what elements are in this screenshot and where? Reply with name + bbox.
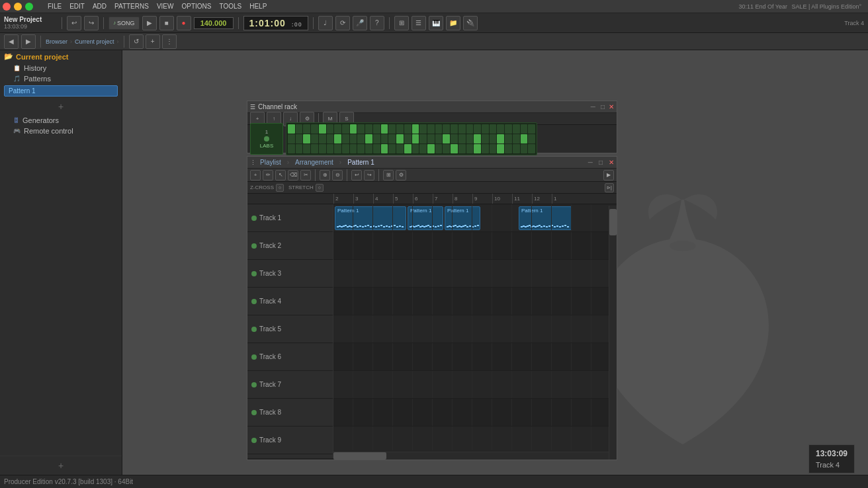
- track-row[interactable]: [333, 399, 609, 427]
- cr-cell[interactable]: [490, 124, 497, 134]
- cr-cell[interactable]: [474, 124, 481, 134]
- cr-cell[interactable]: [319, 134, 326, 143]
- cr-cell[interactable]: [458, 124, 466, 134]
- cr-cell[interactable]: [311, 124, 318, 134]
- track-label[interactable]: Track 10: [247, 454, 333, 458]
- arr-snap[interactable]: ⊞: [383, 170, 394, 181]
- cr-cell[interactable]: [451, 144, 458, 153]
- cr-cell[interactable]: [303, 144, 310, 153]
- cr-cell[interactable]: [365, 144, 372, 153]
- piano-roll-button[interactable]: 🎹: [429, 16, 443, 30]
- cr-cell[interactable]: [311, 134, 318, 143]
- cr-cell[interactable]: [342, 134, 349, 143]
- cr-cell[interactable]: [404, 144, 412, 153]
- track-label[interactable]: Track 1: [247, 204, 333, 232]
- arr-minimize[interactable]: ─: [588, 159, 593, 166]
- arr-options[interactable]: ⚙: [396, 170, 406, 181]
- cr-cell[interactable]: [435, 144, 443, 153]
- cr-cell[interactable]: [474, 144, 481, 153]
- track-row[interactable]: Pattern 1Pattern 1Pattern 1Pattern 1: [333, 204, 609, 232]
- arr-v-scrollbar[interactable]: [609, 206, 617, 460]
- cr-cell[interactable]: [288, 134, 295, 143]
- loop-button[interactable]: ⟳: [335, 16, 350, 30]
- menu-patterns[interactable]: PATTERNS: [111, 2, 152, 11]
- arr-arrangement-link[interactable]: Arrangement: [295, 159, 333, 166]
- cr-cell[interactable]: [505, 134, 512, 143]
- cr-cell[interactable]: [497, 134, 504, 143]
- cr-cell[interactable]: [528, 144, 535, 153]
- arr-h-scrollbar[interactable]: [333, 452, 609, 460]
- cr-cell[interactable]: [412, 124, 419, 134]
- add-pattern-button[interactable]: +: [54, 100, 67, 113]
- track-content[interactable]: Pattern 1Pattern 1Pattern 1Pattern 1: [333, 204, 617, 458]
- arr-zoom-in[interactable]: ⊕: [320, 170, 330, 181]
- cr-maximize[interactable]: □: [601, 103, 605, 110]
- cr-cell[interactable]: [419, 124, 427, 134]
- track-label[interactable]: Track 2: [247, 232, 333, 260]
- sidebar-item-remote[interactable]: 🎮 Remote control: [0, 126, 122, 136]
- cr-channel-1[interactable]: 1 LABS: [250, 123, 283, 155]
- play-button[interactable]: ▶: [142, 16, 157, 30]
- pattern-block[interactable]: Pattern 1: [408, 206, 443, 230]
- cr-cell[interactable]: [458, 144, 466, 153]
- sidebar-add-button[interactable]: +: [54, 459, 67, 472]
- menu-tools[interactable]: TOOLS: [216, 2, 245, 11]
- arr-add-track[interactable]: +: [250, 170, 261, 181]
- cr-cell[interactable]: [373, 124, 380, 134]
- track-row[interactable]: [333, 315, 609, 343]
- arr-redo[interactable]: ↪: [364, 170, 374, 181]
- track-row[interactable]: [333, 427, 609, 450]
- cr-cell[interactable]: [482, 144, 489, 153]
- cr-cell[interactable]: [342, 144, 349, 153]
- arr-draw-tool[interactable]: ✏: [263, 170, 273, 181]
- cr-cell[interactable]: [427, 144, 435, 153]
- cr-cell[interactable]: [388, 144, 396, 153]
- track-label[interactable]: Track 8: [247, 399, 333, 427]
- cr-cell[interactable]: [303, 134, 310, 143]
- pattern-1-item[interactable]: Pattern 1: [4, 85, 118, 97]
- track-label[interactable]: Track 4: [247, 288, 333, 315]
- cr-cell[interactable]: [497, 144, 504, 153]
- cr-cell[interactable]: [419, 144, 427, 153]
- traffic-light-yellow[interactable]: [14, 3, 22, 11]
- menu-help[interactable]: HELP: [246, 2, 270, 11]
- cr-cell[interactable]: [388, 124, 396, 134]
- cr-cell[interactable]: [521, 134, 528, 143]
- arr-play-from[interactable]: ▶: [603, 170, 614, 181]
- sidebar-options-button[interactable]: ⋮: [162, 34, 177, 49]
- cr-cell[interactable]: [327, 144, 334, 153]
- track-label[interactable]: Track 3: [247, 260, 333, 288]
- cr-cell[interactable]: [334, 144, 341, 153]
- cr-cell[interactable]: [490, 134, 497, 143]
- cr-cell[interactable]: [319, 124, 326, 134]
- cr-cell[interactable]: [451, 134, 458, 143]
- mixer-button[interactable]: ⊞: [394, 16, 409, 30]
- cr-cell[interactable]: [303, 124, 310, 134]
- cr-cell[interactable]: [396, 144, 404, 153]
- refresh-button[interactable]: ↺: [129, 34, 144, 49]
- cr-cell[interactable]: [435, 124, 443, 134]
- cr-cell[interactable]: [365, 134, 372, 143]
- mic-button[interactable]: 🎤: [353, 16, 367, 30]
- redo-button[interactable]: ↪: [84, 16, 99, 30]
- menu-options[interactable]: OPTIONS: [178, 2, 214, 11]
- cr-cell[interactable]: [427, 134, 435, 143]
- traffic-light-green[interactable]: [25, 3, 33, 11]
- cr-cell[interactable]: [528, 124, 535, 134]
- cr-cell[interactable]: [521, 124, 528, 134]
- cr-cell[interactable]: [311, 144, 318, 153]
- nav-fwd[interactable]: ▶: [21, 34, 36, 49]
- cr-cell[interactable]: [357, 134, 365, 143]
- undo-button[interactable]: ↩: [67, 16, 81, 30]
- cr-cell[interactable]: [419, 134, 427, 143]
- cr-cell[interactable]: [404, 134, 412, 143]
- track-label[interactable]: Track 7: [247, 371, 333, 399]
- arr-close[interactable]: ✕: [609, 159, 614, 166]
- help-button[interactable]: ?: [370, 16, 384, 30]
- cr-cell[interactable]: [357, 144, 365, 153]
- cr-cell[interactable]: [350, 124, 357, 134]
- cr-cell[interactable]: [296, 124, 303, 134]
- menu-file[interactable]: FILE: [44, 2, 65, 11]
- cr-cell[interactable]: [381, 134, 388, 143]
- cr-cell[interactable]: [319, 144, 326, 153]
